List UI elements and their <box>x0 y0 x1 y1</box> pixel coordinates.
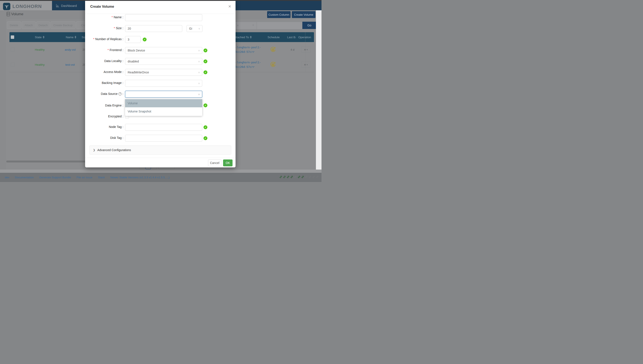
longhorn-logo[interactable] <box>3 3 10 10</box>
footer-link-dev[interactable]: dev <box>5 176 9 179</box>
attached-to-link[interactable]: -longhorn-pool1- 3cc26d-57crr <box>235 57 261 72</box>
last-backup-header-label: Last Backup At <box>287 36 296 39</box>
bar-chart-icon <box>56 4 59 7</box>
chevron-down-icon: ∨ <box>252 24 254 26</box>
column-attached-to[interactable]: Attached To <box>234 32 252 42</box>
create-volume-button[interactable]: Create Volume <box>292 11 315 18</box>
valid-check-icon: ✓ <box>143 38 147 42</box>
link-icon <box>301 175 304 178</box>
state-badge: Healthy <box>35 42 45 57</box>
name-input[interactable] <box>125 14 202 21</box>
node-tag-input[interactable] <box>125 124 202 131</box>
delete-button[interactable]: Delete <box>7 22 21 29</box>
valid-check-icon: ✓ <box>203 104 207 107</box>
link-icon <box>305 175 308 178</box>
cancel-button[interactable]: Cancel <box>208 160 221 166</box>
state-badge: Healthy <box>35 57 45 72</box>
last-backup-cell: 4 d <box>291 42 296 57</box>
schedule-icon[interactable] <box>270 42 276 57</box>
frontend-select[interactable]: Block Device ∨ <box>125 47 202 54</box>
volume-icon <box>7 12 10 16</box>
footer-link-documentation[interactable]: Documentation <box>15 176 34 179</box>
sort-icon[interactable] <box>43 36 45 38</box>
operation-menu-button[interactable]: ≡∨ <box>301 62 311 68</box>
create-volume-modal: Create Volume ✕ Name Size Gi ∨ Number of… <box>85 0 236 168</box>
valid-check-icon: ✓ <box>203 125 207 129</box>
attached-to-link[interactable]: -longhorn-pool1- 3cc26d-57crr <box>235 42 261 57</box>
option-label: Volume Snapshot <box>128 110 151 113</box>
column-state[interactable]: State <box>35 32 45 42</box>
size-unit-select[interactable]: Gi ∨ <box>186 25 202 32</box>
schedule-icon[interactable] <box>270 57 276 72</box>
footer-link-file-issue[interactable]: File an Issue <box>77 176 92 179</box>
column-last-backup: Last Backup At <box>287 32 296 42</box>
window-top-strip <box>0 0 321 1</box>
row-checkbox[interactable] <box>11 48 15 52</box>
dropdown-option-volume-snapshot[interactable]: Volume Snapshot <box>125 107 202 116</box>
modal-title: Create Volume <box>90 5 114 8</box>
select-all-checkbox[interactable] <box>11 36 14 39</box>
frontend-value: Block Device <box>128 49 145 52</box>
link-icon <box>290 175 293 178</box>
advanced-configurations-toggle[interactable]: ❯ Advanced Configurations <box>89 146 231 154</box>
dropdown-option-volume[interactable]: Volume <box>125 99 202 107</box>
data-locality-select[interactable]: disabled ∨ <box>125 58 202 65</box>
replicas-input[interactable] <box>125 36 141 43</box>
access-mode-value: ReadWriteOnce <box>128 70 149 74</box>
ok-button[interactable]: OK <box>223 160 233 166</box>
detach-label: Detach <box>39 24 48 27</box>
disk-tag-input[interactable] <box>125 135 202 142</box>
data-locality-value: disabled <box>128 60 139 63</box>
sort-icon[interactable] <box>250 36 252 38</box>
operation-header-label: Operation <box>298 36 311 39</box>
link-icon <box>297 175 301 178</box>
sort-icon[interactable] <box>75 36 76 38</box>
backing-image-label: Backing Image <box>86 81 123 84</box>
attached-line2: 3cc26d-57crr <box>235 65 255 68</box>
chevron-down-icon: ∨ <box>198 27 200 30</box>
footer-link-support-bundle[interactable]: Generate Support Bundle <box>39 176 71 179</box>
volume-name-link[interactable]: test-vol <box>65 57 75 72</box>
attached-to-header-label: Attached To <box>234 36 249 39</box>
data-engine-label: Data Engine <box>86 104 123 107</box>
go-button[interactable]: Go <box>302 22 316 29</box>
filter-field-value: e <box>237 24 239 27</box>
link-icon <box>287 175 290 178</box>
column-operation: Operation <box>298 32 311 42</box>
footer-link-versions[interactable]: Newer Stable Versions (v1.3.3 v1.4.4 v1.… <box>110 176 169 179</box>
valid-check-icon: ✓ <box>203 70 207 74</box>
column-divider <box>305 32 305 72</box>
row-checkbox[interactable] <box>11 63 15 66</box>
chevron-right-icon: ❯ <box>93 148 95 152</box>
name-header-label: Name <box>66 36 74 39</box>
nav-item-dashboard[interactable]: Dashboard <box>56 4 77 8</box>
valid-check-icon: ✓ <box>203 48 207 52</box>
access-mode-label: Access Mode <box>86 70 123 74</box>
detach-button[interactable]: Detach <box>36 22 50 29</box>
link-icon <box>308 175 312 178</box>
table-filter-bar: e ∨ Go <box>227 22 316 29</box>
access-mode-select[interactable]: ReadWriteOnce ∨ <box>125 69 202 76</box>
question-circle-icon[interactable]: ? <box>118 92 122 96</box>
attach-button[interactable]: Attach <box>22 22 36 29</box>
footer-link-slack[interactable]: Slack <box>98 176 105 179</box>
option-label: Volume <box>128 102 138 105</box>
backing-image-select[interactable]: ∨ <box>125 80 202 87</box>
create-volume-label: Create Volume <box>294 13 313 16</box>
disk-tag-label: Disk Tag <box>86 136 123 140</box>
data-source-select[interactable]: ∧ <box>125 91 202 98</box>
search-input[interactable] <box>257 22 302 30</box>
vertical-scrollbar-track[interactable] <box>316 10 321 170</box>
link-icon <box>279 175 282 178</box>
bull-icon <box>4 4 10 9</box>
close-icon[interactable]: ✕ <box>228 4 231 9</box>
operation-menu-button[interactable]: ≡∨ <box>301 46 311 52</box>
column-name[interactable]: Name <box>66 32 76 42</box>
custom-column-button[interactable]: Custom Column <box>267 11 291 18</box>
valid-check-icon: ✓ <box>203 60 207 63</box>
link-icon <box>294 175 297 178</box>
delete-label: Delete <box>10 24 18 27</box>
size-input[interactable] <box>125 25 182 32</box>
volume-name-link[interactable]: andy-vol <box>65 42 76 57</box>
create-backup-button[interactable]: Create Backup <box>51 22 75 29</box>
